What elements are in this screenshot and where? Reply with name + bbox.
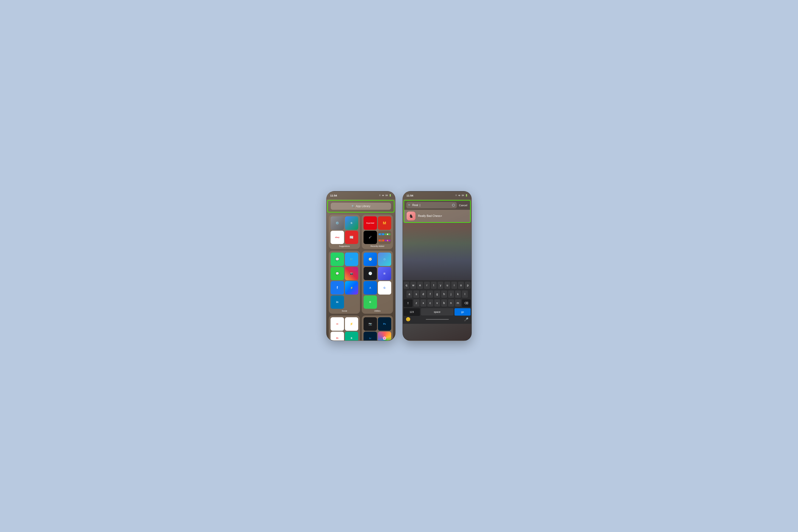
key-i[interactable]: i xyxy=(451,282,457,289)
app-icon-calendar[interactable]: 31 xyxy=(330,331,344,341)
key-h[interactable]: h xyxy=(441,290,447,298)
app-icon-messenger[interactable]: ⚡ xyxy=(345,281,358,294)
left-phone: 11:54 ⠿ 84 🔋 🔍 App Library ⚙️ G ebay xyxy=(326,191,396,341)
key-g[interactable]: g xyxy=(434,290,440,298)
app-icon-instagram[interactable]: 📷 xyxy=(345,267,358,280)
search-icon: 🔍 xyxy=(352,205,355,208)
app-icon-util7[interactable]: ⚙ xyxy=(363,296,377,309)
key-z[interactable]: z xyxy=(414,299,419,307)
folder-productivity[interactable]: ✉ ⚡ 31 B 📁 📄 Productivity xyxy=(329,316,360,341)
status-icons-right: ⠿ 84 🔋 xyxy=(455,194,468,197)
key-a[interactable]: a xyxy=(406,290,412,298)
search-bar[interactable]: 🔍 App Library xyxy=(331,203,391,210)
status-bar-right: 11:54 ⠿ 84 🔋 xyxy=(403,191,471,199)
key-q[interactable]: q xyxy=(404,282,409,289)
folder-social[interactable]: 💬 🐦 💬 📷 f ⚡ in Social xyxy=(329,251,360,314)
keyboard-row-1: q w e r t y u i o p xyxy=(404,282,471,289)
time-left: 11:54 xyxy=(330,194,337,197)
folder-icons-social: 💬 🐦 💬 📷 f ⚡ in xyxy=(330,252,358,309)
keyboard-bottom-bar: 😊 🎤 xyxy=(404,316,471,323)
folder-label-recently-added: Recently Added xyxy=(363,245,391,247)
app-icon-appstore[interactable]: A xyxy=(363,281,377,294)
app-icon-twitter[interactable]: 🐦 xyxy=(345,252,358,266)
app-icon-royalmail[interactable]: Royal Mail xyxy=(363,216,377,230)
key-k[interactable]: k xyxy=(455,290,461,298)
svg-point-0 xyxy=(383,196,383,196)
app-icon-nord[interactable]: ⬡ xyxy=(378,252,392,266)
keyboard-row-2: a s d f g h j k l xyxy=(404,290,471,298)
app-icon-slack[interactable]: ⚡ xyxy=(345,317,358,331)
key-t[interactable]: t xyxy=(431,282,437,289)
app-icon-camera[interactable]: 📷 xyxy=(363,317,377,331)
key-p[interactable]: p xyxy=(465,282,471,289)
keyboard-row-3: ⇧ z x c v b n m ⌫ xyxy=(404,299,471,307)
space-key[interactable]: space xyxy=(421,308,453,316)
app-icon-flipboard[interactable]: 📰 xyxy=(345,231,358,244)
key-e[interactable]: e xyxy=(417,282,423,289)
right-phone: 11:54 ⠿ 84 🔋 🔍 Real | ✕ Cancel xyxy=(402,191,472,341)
search-input-field[interactable]: 🔍 Real | ✕ xyxy=(406,202,457,208)
folder-icons-recently-added: Royal Mail M 🖊 ➕ 📋 🎮 🐴 xyxy=(363,216,391,244)
app-icon-whatsapp[interactable]: 💬 xyxy=(330,252,344,266)
app-icon-copilot[interactable]: 🖊 xyxy=(363,231,377,244)
cursor-indicator: | xyxy=(420,204,420,207)
app-icon-multi[interactable]: ➕ 📋 🎮 🐴 xyxy=(378,231,392,244)
cancel-button[interactable]: Cancel xyxy=(458,204,468,207)
search-result-item[interactable]: ♞ Really Bad Chess+ xyxy=(404,210,470,222)
app-icon-linkedin[interactable]: in xyxy=(330,296,344,309)
folder-utilities[interactable]: 🧭 ⬡ 🕐 ⊞ A G ⚙ Utilities xyxy=(362,251,393,314)
app-icon-mcdonalds[interactable]: M xyxy=(378,216,392,230)
emoji-key[interactable]: 😊 xyxy=(406,317,411,322)
key-o[interactable]: o xyxy=(458,282,464,289)
app-icon-ebay[interactable]: ebay xyxy=(330,231,344,244)
key-m[interactable]: m xyxy=(455,299,461,307)
key-n[interactable]: n xyxy=(448,299,454,307)
key-y[interactable]: y xyxy=(438,282,443,289)
app-icon-lightroom[interactable]: Lr xyxy=(363,331,377,341)
app-icon-safari[interactable]: 🧭 xyxy=(363,252,377,266)
search-bar-placeholder: App Library xyxy=(356,205,370,208)
key-f[interactable]: f xyxy=(427,290,433,298)
key-v[interactable]: v xyxy=(434,299,440,307)
keyboard: q w e r t y u i o p a s d f g h j k l ⇧ … xyxy=(403,280,471,324)
folder-suggestions[interactable]: ⚙️ G ebay 📰 Suggestions xyxy=(329,214,360,249)
key-d[interactable]: d xyxy=(420,290,426,298)
key-x[interactable]: x xyxy=(420,299,426,307)
delete-key[interactable]: ⌫ xyxy=(462,299,471,307)
folder-label-utilities: Utilities xyxy=(363,310,391,312)
numbers-key[interactable]: 123 xyxy=(404,308,420,316)
app-icon-photoshop[interactable]: Ps xyxy=(378,317,392,331)
app-grid: ⚙️ G ebay 📰 Suggestions Royal Mail M 🖊 ➕… xyxy=(327,213,395,341)
result-app-name: Really Bad Chess+ xyxy=(418,214,442,217)
key-w[interactable]: w xyxy=(410,282,416,289)
key-r[interactable]: r xyxy=(424,282,430,289)
app-icon-google[interactable]: G xyxy=(378,281,392,294)
key-c[interactable]: c xyxy=(428,299,433,307)
app-icon-settings[interactable]: ⚙️ xyxy=(330,216,344,230)
battery-icon-left: 🔋 xyxy=(389,194,392,197)
wifi-icon xyxy=(382,194,384,196)
key-l[interactable]: l xyxy=(462,290,468,298)
key-s[interactable]: s xyxy=(413,290,419,298)
app-icon-photos[interactable]: 🌸 xyxy=(378,331,392,341)
app-icon-clock[interactable]: 🕐 xyxy=(363,267,377,280)
clear-button[interactable]: ✕ xyxy=(452,204,455,207)
folder-recently-added[interactable]: Royal Mail M 🖊 ➕ 📋 🎮 🐴 Recently Added xyxy=(362,214,393,249)
app-icon-grid[interactable]: ⊞ xyxy=(378,267,392,280)
app-icon-messages[interactable]: 💬 xyxy=(330,267,344,280)
signal-icon: ⠿ xyxy=(379,194,381,197)
app-icon-bcard[interactable]: B xyxy=(345,331,358,341)
microphone-key[interactable]: 🎤 xyxy=(464,317,469,322)
app-icon-gmail[interactable]: ✉ xyxy=(330,317,344,331)
app-icon-facebook[interactable]: f xyxy=(330,281,344,294)
blurred-background xyxy=(403,224,471,280)
key-u[interactable]: u xyxy=(444,282,450,289)
go-key[interactable]: go xyxy=(455,308,471,316)
folder-creativity[interactable]: 📷 Ps Lr 🌸 FUJIFILM Creativity xyxy=(362,316,393,341)
key-j[interactable]: j xyxy=(448,290,454,298)
app-icon-util8 xyxy=(378,296,392,309)
app-icon-gnews[interactable]: G xyxy=(345,216,358,230)
key-b[interactable]: b xyxy=(441,299,447,307)
search-container[interactable]: 🔍 App Library xyxy=(327,200,394,212)
shift-key[interactable]: ⇧ xyxy=(404,299,413,307)
